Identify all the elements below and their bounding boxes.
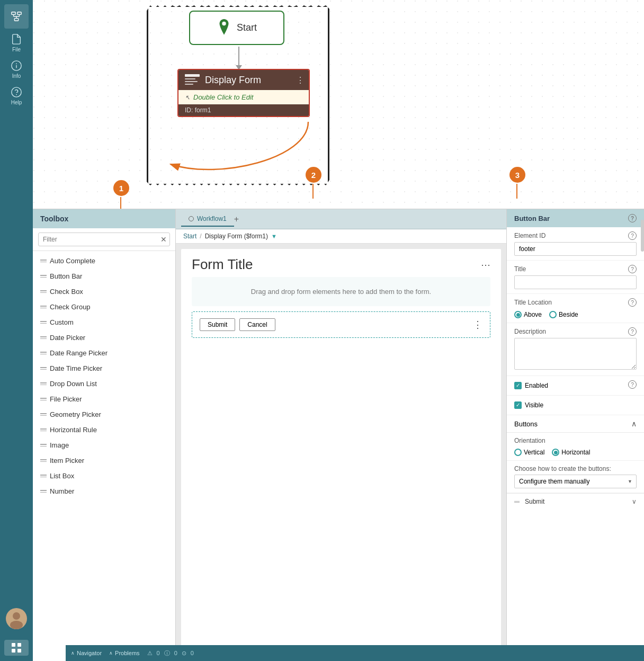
horizontal-radio-circle	[552, 449, 559, 456]
description-textarea[interactable]	[514, 338, 637, 370]
choose-buttons-label: Choose how to create the buttons:	[514, 465, 637, 472]
toolbox-filter: ✕	[33, 228, 175, 251]
toolbox-item-drop-down-list[interactable]: Drop Down List	[33, 376, 175, 391]
svg-point-10	[12, 87, 21, 97]
svg-rect-22	[185, 74, 200, 77]
start-node[interactable]: Start	[189, 11, 284, 45]
title-above-radio[interactable]: Above	[514, 311, 542, 318]
properties-section-header: Button Bar ?	[507, 209, 644, 227]
toolbox-item-check-box[interactable]: Check Box	[33, 284, 175, 299]
toolbox-item-date-range-picker[interactable]: Date Range Picker	[33, 345, 175, 361]
toolbox-item-image[interactable]: Image	[33, 437, 175, 453]
display-form-more-icon[interactable]: ⋮	[296, 75, 305, 85]
element-id-input[interactable]	[514, 242, 637, 256]
svg-rect-16	[17, 643, 21, 647]
form-title: Form Title	[192, 256, 253, 273]
title-input[interactable]	[514, 275, 637, 289]
buttons-collapse-button[interactable]: ∧	[631, 419, 637, 428]
sidebar-icon-workflow[interactable]	[4, 4, 29, 29]
sidebar-icon-file[interactable]: File	[4, 31, 29, 55]
submit-row[interactable]: Submit ∨	[507, 493, 644, 510]
properties-help-icon[interactable]: ?	[628, 214, 637, 222]
scrollbar-thumb[interactable]	[641, 220, 644, 252]
breadcrumb-start-link[interactable]: Start	[183, 233, 196, 240]
svg-rect-20	[33, 0, 644, 209]
drag-handle	[40, 367, 47, 370]
status-navigator[interactable]: ∧ Navigator	[71, 650, 102, 656]
breadcrumb: Start / Display Form ($form1) ▼	[176, 229, 506, 244]
enabled-help-icon[interactable]: ?	[628, 380, 637, 389]
form-button-bar[interactable]: Submit Cancel ⋮	[192, 311, 490, 338]
title-beside-radio[interactable]: Beside	[549, 311, 578, 318]
enabled-checkbox[interactable]: Enabled	[514, 380, 637, 391]
drag-handle	[40, 290, 47, 293]
toolbox-item-date-time-picker[interactable]: Date Time Picker	[33, 361, 175, 376]
toolbox-item-item-picker[interactable]: Item Picker	[33, 453, 175, 468]
toolbox-item-geometry-picker[interactable]: Geometry Picker	[33, 407, 175, 422]
svg-rect-1	[17, 12, 21, 15]
toolbox-item-horizontal-rule[interactable]: Horizontal Rule	[33, 422, 175, 437]
info-circle-icon: ⓘ	[164, 649, 170, 657]
tab-workflow1[interactable]: Workflow1	[181, 212, 234, 227]
element-id-help-icon[interactable]: ?	[628, 231, 637, 240]
display-form-subtitle[interactable]: ↖ Double Click to Edit	[178, 90, 309, 104]
debug-icon: ⊙	[182, 650, 186, 657]
status-problems[interactable]: ∧ Problems	[109, 650, 139, 656]
drag-handle	[40, 413, 47, 416]
sidebar-icon-help[interactable]: Help	[4, 84, 29, 108]
sidebar-icon-info[interactable]: Info	[4, 57, 29, 82]
drag-handle	[40, 352, 47, 354]
form-button-bar-more[interactable]: ⋮	[473, 319, 482, 330]
breadcrumb-down-icon: ▼	[271, 233, 277, 239]
configure-select[interactable]: Configure them manually	[514, 475, 637, 488]
orientation-radio-group: Vertical Horizontal	[514, 446, 637, 456]
toolbox-item-check-group[interactable]: Check Group	[33, 299, 175, 315]
form-submit-button[interactable]: Submit	[200, 318, 235, 331]
tab-circle-icon	[189, 216, 194, 221]
svg-rect-25	[185, 84, 193, 85]
configure-select-wrapper: Configure them manually	[514, 475, 637, 488]
svg-rect-15	[12, 643, 15, 647]
enabled-field: Enabled ?	[507, 376, 644, 396]
toolbox-item-custom[interactable]: Custom	[33, 315, 175, 330]
element-id-label: Element ID ?	[514, 231, 637, 240]
vertical-radio[interactable]: Vertical	[514, 449, 544, 456]
description-help-icon[interactable]: ?	[628, 327, 637, 336]
enabled-checkbox-box	[514, 382, 522, 389]
svg-point-14	[10, 621, 23, 629]
title-location-help-icon[interactable]: ?	[628, 298, 637, 307]
annotation-1-arrow	[120, 197, 121, 209]
status-icons: ⚠ 0 ⓘ 0 ⊙ 0	[147, 649, 194, 657]
toolbox-item-auto-complete[interactable]: Auto Complete	[33, 253, 175, 269]
sidebar-apps-icon[interactable]	[4, 640, 29, 656]
toolbox-item-number[interactable]: Number	[33, 484, 175, 499]
form-more-button[interactable]: ⋯	[481, 259, 490, 271]
description-field: Description ?	[507, 323, 644, 376]
form-editor: Workflow1 + Start / Display Form ($form1…	[176, 209, 506, 661]
toolbox-filter-input[interactable]	[38, 233, 170, 246]
toolbox-item-file-picker[interactable]: File Picker	[33, 391, 175, 407]
annotation-3: 3	[509, 167, 525, 183]
toolbox-item-button-bar[interactable]: Button Bar	[33, 269, 175, 284]
visible-checkbox[interactable]: Visible	[514, 400, 637, 410]
display-form-node[interactable]: Display Form ⋮ ↖ Double Click to Edit ID…	[177, 69, 310, 117]
toolbox-filter-clear-button[interactable]: ✕	[160, 235, 167, 244]
toolbox-item-list-box[interactable]: List Box	[33, 468, 175, 484]
display-form-header: Display Form ⋮	[178, 70, 309, 90]
info-count: 0	[174, 650, 177, 656]
display-form-id: ID: form1	[178, 104, 309, 116]
visible-checkbox-box	[514, 401, 522, 409]
buttons-section-label: Buttons	[514, 420, 538, 428]
user-avatar[interactable]	[6, 608, 27, 629]
drag-handle	[40, 382, 47, 385]
drag-handle	[40, 260, 47, 262]
title-help-icon[interactable]: ?	[628, 265, 637, 273]
form-cancel-button[interactable]: Cancel	[239, 318, 275, 331]
tab-add-button[interactable]: +	[234, 215, 239, 224]
toolbox-item-date-picker[interactable]: Date Picker	[33, 330, 175, 345]
drag-handle	[40, 490, 47, 493]
warning-icon: ⚠	[147, 650, 153, 657]
horizontal-radio[interactable]: Horizontal	[552, 449, 590, 456]
choose-buttons-field: Choose how to create the buttons: Config…	[507, 461, 644, 493]
form-drop-zone[interactable]: Drag and drop form elements here to add …	[192, 277, 490, 306]
